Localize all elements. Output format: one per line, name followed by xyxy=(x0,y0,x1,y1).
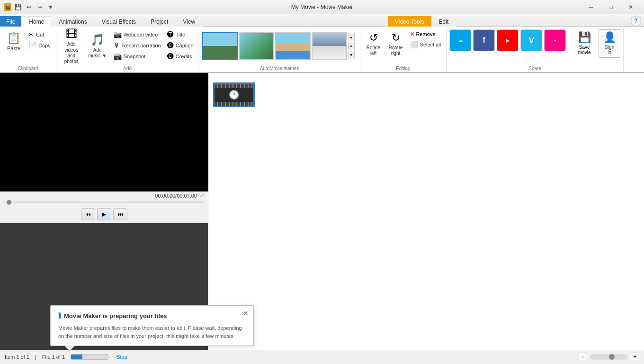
paste-icon: 📋 xyxy=(7,31,21,45)
title-button[interactable]: 🅣 Title xyxy=(165,29,196,40)
remove-button[interactable]: ✕ Remove xyxy=(408,29,444,39)
undo-btn[interactable]: ↩ xyxy=(24,2,34,12)
credits-button[interactable]: 🅒 Credits xyxy=(165,51,196,62)
notif-title-text: Movie Maker is preparing your files xyxy=(64,312,167,319)
add-music-button[interactable]: 🎵 Addmusic ▼ xyxy=(85,29,110,63)
title-label: Title xyxy=(176,32,185,37)
credits-icon: 🅒 xyxy=(167,53,174,60)
status-bar: Item 1 of 1 | File 1 of 1 Stop − + xyxy=(0,350,644,363)
tab-file[interactable]: File xyxy=(0,16,21,27)
quick-access-toolbar: 💾 ↩ ↪ ▼ xyxy=(13,2,55,12)
status-right: − + xyxy=(579,353,639,361)
remove-label: Remove xyxy=(416,31,436,37)
theme-item-1[interactable] xyxy=(202,32,238,60)
tab-animations[interactable]: Animations xyxy=(52,16,94,27)
theme-item-4[interactable] xyxy=(312,32,347,60)
app-icon: 🎬 xyxy=(4,3,11,11)
theme-gallery: ▲ ≡ ▼ xyxy=(202,29,355,63)
share-divider xyxy=(569,29,569,53)
tab-project[interactable]: Project xyxy=(143,16,175,27)
caption-button[interactable]: 🅒 Caption xyxy=(165,40,196,51)
add-content: 🎞 Add videosand photos 🎵 Addmusic ▼ 📷 We… xyxy=(59,29,196,65)
theme-item-2[interactable] xyxy=(239,32,274,60)
snapshot-button[interactable]: 📸 Snapshot xyxy=(111,51,163,62)
rotate-left-icon: ↺ xyxy=(369,32,378,44)
record-narration-button[interactable]: 🎙 Record narration xyxy=(111,40,163,51)
tab-view[interactable]: View xyxy=(176,16,202,27)
tab-visual-effects[interactable]: Visual Effects xyxy=(95,16,143,27)
youtube-button[interactable]: ▶ xyxy=(497,29,519,51)
video-scrubber[interactable] xyxy=(0,200,208,205)
ribbon-tabs: File Home Animations Visual Effects Proj… xyxy=(0,14,644,27)
webcam-button[interactable]: 📷 Webcam video xyxy=(111,29,163,40)
save-quick-btn[interactable]: 💾 xyxy=(13,2,23,12)
video-time-display: 00:00.00/00:07.00 ⤢ xyxy=(0,191,208,200)
video-screen xyxy=(0,73,208,191)
file-count: File 1 of 1 xyxy=(42,354,65,360)
caption-icon: 🅒 xyxy=(167,42,174,49)
tab-video-tools[interactable]: Video Tools xyxy=(388,16,431,27)
maximize-btn[interactable]: □ xyxy=(601,0,620,14)
cut-icon: ✂ xyxy=(28,31,34,38)
facebook-button[interactable]: f xyxy=(473,29,495,51)
flickr-button[interactable]: ⚬ xyxy=(544,29,566,51)
add-col2: 🅣 Title 🅒 Caption 🅒 Credits xyxy=(165,29,196,62)
window-title: My Movie - Movie Maker xyxy=(291,4,353,10)
theme-scroll-up[interactable]: ▲ xyxy=(348,33,355,41)
skydrive-button[interactable]: ☁ xyxy=(449,29,471,51)
status-left: Item 1 of 1 | File 1 of 1 Stop xyxy=(5,352,130,362)
zoom-out-btn[interactable]: − xyxy=(579,353,587,361)
webcam-icon: 📷 xyxy=(114,31,122,38)
minimize-btn[interactable]: ─ xyxy=(581,0,600,14)
theme-scroll-all[interactable]: ≡ xyxy=(348,42,355,50)
paste-button[interactable]: 📋 Paste xyxy=(3,29,25,58)
next-frame-btn[interactable]: ⏭ xyxy=(113,208,127,220)
add-videos-button[interactable]: 🎞 Add videosand photos xyxy=(59,29,84,63)
play-btn[interactable]: ▶ xyxy=(97,208,111,220)
sign-in-button[interactable]: 👤 Signin xyxy=(599,29,620,58)
timeline-content: 🕐 xyxy=(208,73,644,112)
theme-scroll-down[interactable]: ▼ xyxy=(348,51,355,59)
copy-label: Copy xyxy=(38,43,51,48)
timeline-clip[interactable]: 🕐 xyxy=(213,82,255,107)
tab-edit[interactable]: Edit xyxy=(432,16,456,27)
rotate-right-button[interactable]: ↻ Rotateright xyxy=(385,29,406,58)
copy-button[interactable]: 📄 Copy xyxy=(26,40,53,51)
sign-in-label: Signin xyxy=(605,45,614,55)
scrubber-thumb[interactable] xyxy=(7,200,11,205)
customize-qa-btn[interactable]: ▼ xyxy=(46,2,55,12)
paste-label: Paste xyxy=(7,46,20,51)
add-col1: 📷 Webcam video 🎙 Record narration 📸 Snap… xyxy=(111,29,163,62)
stop-button[interactable]: Stop xyxy=(114,352,130,362)
theme-item-3[interactable] xyxy=(275,32,311,60)
add-videos-label: Add videosand photos xyxy=(61,42,82,64)
zoom-thumb[interactable] xyxy=(609,354,615,360)
help-btn[interactable]: ? xyxy=(631,16,641,26)
add-music-icon: 🎵 xyxy=(90,33,105,46)
sign-in-icon: 👤 xyxy=(603,31,616,44)
expand-preview-btn[interactable]: ⤢ xyxy=(200,192,204,199)
redo-btn[interactable]: ↪ xyxy=(35,2,45,12)
rotate-left-button[interactable]: ↺ Rotateleft xyxy=(363,29,384,58)
scrubber-track[interactable] xyxy=(4,201,204,203)
automovie-label: AutoMovie themes xyxy=(202,65,357,72)
video-controls: ⏮ ▶ ⏭ xyxy=(0,205,208,223)
title-bar-left: 🎬 💾 ↩ ↪ ▼ xyxy=(4,2,55,12)
close-btn[interactable]: ✕ xyxy=(621,0,640,14)
rotate-right-icon: ↻ xyxy=(392,32,400,44)
copy-icon: 📄 xyxy=(28,42,36,49)
cut-button[interactable]: ✂ Cut xyxy=(26,29,53,40)
webcam-label: Webcam video xyxy=(124,32,158,37)
rewind-btn[interactable]: ⏮ xyxy=(81,208,95,220)
tab-home[interactable]: Home xyxy=(22,17,51,27)
vimeo-button[interactable]: V xyxy=(520,29,542,51)
record-narration-label: Record narration xyxy=(122,43,161,48)
progress-bar-fill xyxy=(71,355,82,359)
select-all-button[interactable]: ⬜ Select all xyxy=(408,39,444,50)
notification-close-btn[interactable]: ✕ xyxy=(243,309,249,317)
ribbon: 📋 Paste ✂ Cut 📄 Copy Clipboard 🎞 Add vid… xyxy=(0,27,644,73)
zoom-slider[interactable] xyxy=(590,354,628,360)
zoom-in-btn[interactable]: + xyxy=(631,353,639,361)
save-movie-button[interactable]: 💾 Savemovie xyxy=(572,29,597,58)
save-movie-icon: 💾 xyxy=(578,31,591,44)
